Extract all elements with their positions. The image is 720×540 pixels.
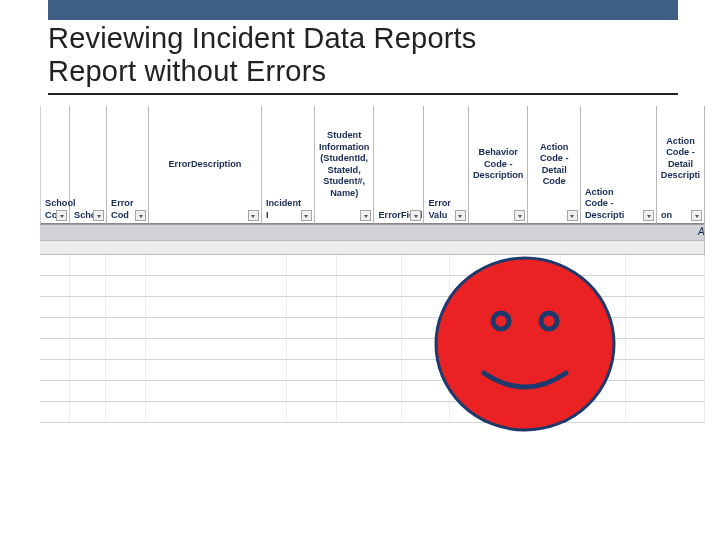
- column-header-upper: [585, 108, 652, 187]
- floating-label-a: A: [698, 226, 705, 237]
- filter-dropdown-icon[interactable]: [248, 210, 259, 221]
- column-header: Behavior Code - Description: [469, 106, 529, 224]
- column-header-upper: [74, 108, 102, 210]
- column-header-lower: Action Code - Descripti: [585, 187, 652, 222]
- filter-dropdown-icon[interactable]: [56, 210, 67, 221]
- highlight-row: [40, 224, 705, 241]
- column-header: Action Code - Detail Description: [657, 106, 705, 224]
- column-header: Schoo: [70, 106, 107, 224]
- slide-title: Reviewing Incident Data Reports Report w…: [48, 22, 678, 95]
- column-header: School Cod: [40, 106, 70, 224]
- filter-dropdown-icon[interactable]: [455, 210, 466, 221]
- slide-accent-bar: [48, 0, 678, 20]
- column-header-upper: [111, 108, 144, 198]
- title-line-2: Report without Errors: [48, 55, 326, 87]
- column-header: Action Code - Detail Code: [528, 106, 580, 224]
- filter-dropdown-icon[interactable]: [360, 210, 371, 221]
- column-header: Error Valu: [424, 106, 468, 224]
- column-header-upper: ErrorDescription: [153, 108, 257, 221]
- column-header-upper: [428, 108, 463, 198]
- filter-dropdown-icon[interactable]: [643, 210, 654, 221]
- column-header-upper: Behavior Code - Description: [473, 108, 524, 221]
- column-header: Student Information (StudentId, StateId,…: [315, 106, 375, 224]
- filter-dropdown-icon[interactable]: [135, 210, 146, 221]
- filter-dropdown-icon[interactable]: [410, 210, 421, 221]
- smiley-face-icon: [434, 253, 616, 435]
- column-header-upper: Action Code - Detail Code: [532, 108, 575, 221]
- filter-dropdown-icon[interactable]: [93, 210, 104, 221]
- column-header-upper: Action Code - Detail Descripti: [661, 108, 700, 210]
- filter-dropdown-icon[interactable]: [567, 210, 578, 221]
- title-line-1: Reviewing Incident Data Reports: [48, 22, 477, 54]
- column-header: Error Cod: [107, 106, 149, 224]
- column-header-upper: [378, 108, 419, 210]
- column-header-upper: [45, 108, 65, 198]
- filter-dropdown-icon[interactable]: [514, 210, 525, 221]
- column-header: ErrorField: [374, 106, 424, 224]
- filter-dropdown-icon[interactable]: [691, 210, 702, 221]
- column-header: Action Code - Descripti: [581, 106, 657, 224]
- column-header-upper: [266, 108, 310, 198]
- column-header-upper: Student Information (StudentId, StateId,…: [319, 108, 370, 221]
- column-header: Incident I: [262, 106, 315, 224]
- column-header: ErrorDescription: [149, 106, 262, 224]
- svg-point-0: [436, 258, 614, 430]
- spreadsheet-header: School CodSchooError CodErrorDescription…: [40, 106, 705, 236]
- filter-dropdown-icon[interactable]: [301, 210, 312, 221]
